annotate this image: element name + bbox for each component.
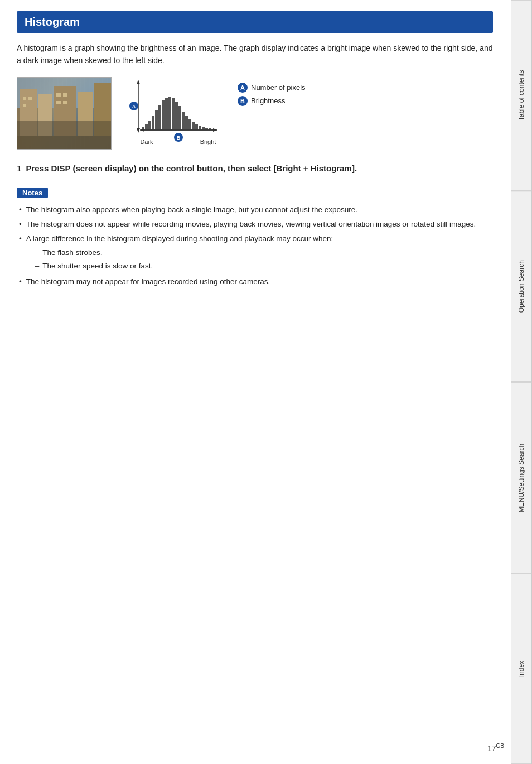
svg-rect-21 [145, 124, 148, 130]
note-item-1: The histogram also appears when playing … [17, 204, 493, 216]
notes-section: Notes The histogram also appears when pl… [17, 188, 493, 289]
svg-marker-16 [137, 128, 140, 133]
svg-rect-27 [165, 98, 168, 130]
legend-a-label: Number of pixels [251, 83, 306, 92]
svg-rect-32 [182, 112, 185, 130]
svg-rect-28 [168, 97, 171, 130]
note-sub-item-1: The flash strobes. [35, 247, 333, 259]
legend-b-circle: B [238, 96, 248, 106]
note-item-3: A large difference in the histogram disp… [17, 233, 493, 273]
histogram-chart: A [122, 77, 228, 150]
svg-rect-6 [17, 136, 112, 150]
svg-rect-26 [162, 100, 165, 130]
legend-area: A Number of pixels B Brightness [238, 77, 306, 106]
svg-rect-1 [20, 89, 37, 136]
notes-list: The histogram also appears when playing … [17, 204, 493, 289]
legend-a: A Number of pixels [238, 83, 306, 93]
svg-rect-5 [94, 83, 111, 136]
svg-rect-29 [172, 98, 175, 130]
svg-marker-15 [137, 80, 140, 84]
step-number: 1 [17, 164, 21, 173]
note-item-2: The histogram does not appear while reco… [17, 218, 493, 230]
svg-text:Dark: Dark [140, 138, 153, 145]
svg-rect-4 [78, 92, 93, 136]
note-sub-list: The flash strobes. The shutter speed is … [35, 247, 333, 273]
svg-rect-38 [202, 127, 205, 130]
svg-rect-10 [56, 93, 61, 97]
sidebar-tab-index[interactable]: Index [511, 573, 532, 764]
sidebar-tab-toc[interactable]: Table of contents [511, 0, 532, 191]
note-item-4: The histogram may not appear for images … [17, 276, 493, 288]
note-sub-item-2: The shutter speed is slow or fast. [35, 260, 333, 272]
svg-text:B: B [177, 135, 181, 141]
svg-rect-22 [148, 121, 151, 130]
legend-b: B Brightness [238, 96, 306, 106]
svg-text:Bright: Bright [200, 138, 216, 145]
camera-image [17, 77, 112, 150]
svg-rect-25 [158, 105, 161, 130]
svg-rect-37 [199, 126, 201, 130]
description-text: A histogram is a graph showing the brigh… [17, 42, 493, 67]
page-title: Histogram [17, 11, 493, 33]
svg-rect-33 [185, 116, 188, 130]
notes-header: Notes [17, 188, 48, 198]
page-number: 17GB [487, 743, 504, 753]
step-1-section: 1 Press DISP (screen display) on the con… [17, 162, 493, 175]
svg-text:A: A [132, 104, 136, 109]
step-text: Press DISP (screen display) on the contr… [26, 164, 357, 173]
legend-a-circle: A [238, 83, 248, 93]
sidebar-tab-menu[interactable]: MENU/Settings Search [511, 382, 532, 573]
svg-rect-13 [63, 101, 67, 104]
svg-rect-2 [38, 94, 52, 136]
legend-b-label: Brightness [251, 97, 285, 105]
svg-rect-12 [56, 101, 61, 104]
svg-rect-31 [178, 106, 181, 130]
diagram-area: A [17, 77, 493, 150]
svg-rect-23 [152, 116, 154, 130]
svg-rect-11 [63, 93, 67, 97]
sidebar: Table of contents Operation Search MENU/… [511, 0, 532, 764]
svg-rect-8 [28, 97, 32, 100]
svg-rect-35 [192, 122, 195, 130]
svg-rect-36 [195, 124, 198, 130]
svg-rect-7 [23, 97, 26, 100]
svg-rect-30 [175, 102, 178, 130]
svg-rect-9 [23, 104, 26, 107]
sidebar-tab-operation[interactable]: Operation Search [511, 191, 532, 382]
svg-rect-34 [188, 119, 191, 130]
svg-rect-24 [155, 110, 158, 130]
